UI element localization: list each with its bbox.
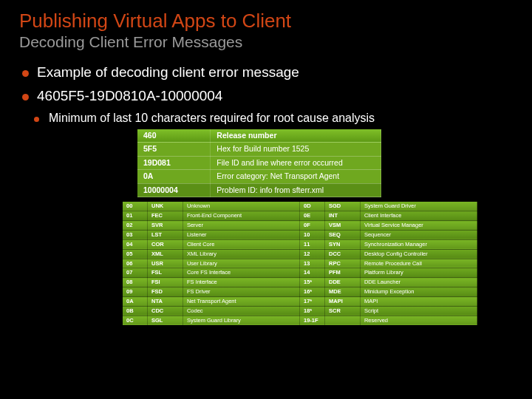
category-name: System Guard Library — [183, 316, 299, 325]
category-abbr: FEC — [148, 211, 183, 221]
decode-value: File ID and line where error occurred — [211, 156, 381, 170]
decode-table: 460Release number5F5Hex for Build number… — [137, 129, 381, 198]
category-code: 06 — [123, 259, 148, 268]
category-row: 14PFMPlatform Library — [300, 268, 477, 278]
categories-table-right: 0DSGDSystem Guard Driver0EINTClient Inte… — [300, 202, 477, 325]
slide-subtitle: Decoding Client Error Messages — [19, 33, 513, 51]
decode-row: 19D081File ID and line where error occur… — [137, 156, 381, 170]
category-abbr: FSD — [148, 287, 183, 297]
category-abbr: SGL — [148, 316, 183, 325]
category-row: 0EINTClient Interface — [300, 211, 477, 221]
category-code: 13 — [300, 259, 325, 268]
category-name: Front-End Component — [183, 211, 299, 221]
category-name: FS Driver — [183, 287, 299, 297]
category-row: 19-1FReserved — [300, 316, 477, 325]
decode-key: 10000004 — [137, 183, 211, 197]
decode-table-wrap: 460Release number5F5Hex for Build number… — [137, 129, 381, 198]
category-abbr: SEQ — [325, 230, 361, 239]
category-abbr: UNK — [148, 202, 183, 211]
decode-value: Release number — [211, 129, 381, 143]
category-abbr: XML — [148, 249, 183, 259]
category-name: DDE Launcher — [360, 278, 477, 287]
decode-value: Problem ID: info from sfterr.xml — [211, 183, 381, 197]
bullet-min10: Minimum of last 10 characters required f… — [31, 112, 513, 125]
bullet-example: Example of decoding client error message — [19, 64, 513, 81]
category-code: 16* — [300, 287, 325, 297]
category-abbr: FSI — [148, 278, 183, 287]
main-bullet-list: Example of decoding client error message… — [19, 64, 513, 104]
decode-row: 0AError category: Net Transport Agent — [137, 170, 381, 184]
sub-bullet-list: Minimum of last 10 characters required f… — [19, 112, 513, 125]
category-row: 15*DDEDDE Launcher — [300, 278, 477, 287]
category-row: 05XMLXML Library — [123, 249, 300, 259]
category-abbr — [325, 316, 361, 325]
category-code: 11 — [300, 239, 325, 249]
category-name: System Guard Driver — [360, 202, 477, 211]
category-code: 14 — [300, 268, 325, 278]
category-abbr: VSM — [325, 221, 361, 231]
decode-row: 10000004Problem ID: info from sfterr.xml — [137, 183, 381, 197]
category-name: Minidump Exception — [360, 287, 477, 297]
category-code: 02 — [123, 221, 148, 231]
category-row: 11SYNSynchronization Manager — [300, 239, 477, 249]
category-code: 18* — [300, 306, 325, 316]
decode-key: 460 — [137, 129, 211, 143]
category-code: 12 — [300, 249, 325, 259]
category-abbr: COR — [148, 239, 183, 249]
category-code: 15* — [300, 278, 325, 287]
category-abbr: MAPI — [325, 297, 361, 307]
category-name: Reserved — [360, 316, 477, 325]
category-code: 0E — [300, 211, 325, 221]
category-abbr: RPC — [325, 259, 361, 268]
category-row: 18*SCRScript — [300, 306, 477, 316]
decode-value: Error category: Net Transport Agent — [211, 170, 381, 184]
category-abbr: MDE — [325, 287, 361, 297]
category-code: 07 — [123, 268, 148, 278]
category-code: 05 — [123, 249, 148, 259]
category-name: Script — [360, 306, 477, 316]
category-row: 13RPCRemote Procedure Call — [300, 259, 477, 268]
category-name: Desktop Config Controller — [360, 249, 477, 259]
category-row: 0ANTANet Transport Agent — [123, 297, 300, 307]
category-abbr: SVR — [148, 221, 183, 231]
category-abbr: INT — [325, 211, 361, 221]
category-name: FS Interface — [183, 278, 299, 287]
decode-row: 460Release number — [137, 129, 381, 143]
decode-row: 5F5Hex for Build number 1525 — [137, 143, 381, 157]
category-abbr: USR — [148, 259, 183, 268]
category-abbr: PFM — [325, 268, 361, 278]
category-name: Codec — [183, 306, 299, 316]
category-abbr: DDE — [325, 278, 361, 287]
category-row: 06USRUser Library — [123, 259, 300, 268]
category-row: 0CSGLSystem Guard Library — [123, 316, 300, 325]
category-name: Server — [183, 221, 299, 231]
category-code: 0A — [123, 297, 148, 307]
category-abbr: SCR — [325, 306, 361, 316]
categories-wrap: 00UNKUnknown01FECFront-End Component02SV… — [123, 202, 477, 325]
category-code: 09 — [123, 287, 148, 297]
category-code: 0D — [300, 202, 325, 211]
decode-key: 5F5 — [137, 143, 211, 157]
category-name: Virtual Service Manager — [360, 221, 477, 231]
category-name: Client Core — [183, 239, 299, 249]
category-row: 09FSDFS Driver — [123, 287, 300, 297]
category-abbr: FSL — [148, 268, 183, 278]
category-row: 0DSGDSystem Guard Driver — [300, 202, 477, 211]
bullet-errorcode: 4605F5-19D0810A-10000004 — [19, 88, 513, 104]
category-name: MAPI — [360, 297, 477, 307]
category-abbr: CDC — [148, 306, 183, 316]
category-name: Listener — [183, 230, 299, 239]
category-code: 19-1F — [300, 316, 325, 325]
category-row: 02SVRServer — [123, 221, 300, 231]
category-name: Platform Library — [360, 268, 477, 278]
decode-key: 0A — [137, 170, 211, 184]
category-abbr: LST — [148, 230, 183, 239]
decode-value: Hex for Build number 1525 — [211, 143, 381, 157]
category-code: 10 — [300, 230, 325, 239]
category-name: Core FS Interface — [183, 268, 299, 278]
category-name: Synchronization Manager — [360, 239, 477, 249]
category-code: 00 — [123, 202, 148, 211]
category-name: Sequencer — [360, 230, 477, 239]
category-row: 07FSLCore FS Interface — [123, 268, 300, 278]
category-row: 0BCDCCodec — [123, 306, 300, 316]
